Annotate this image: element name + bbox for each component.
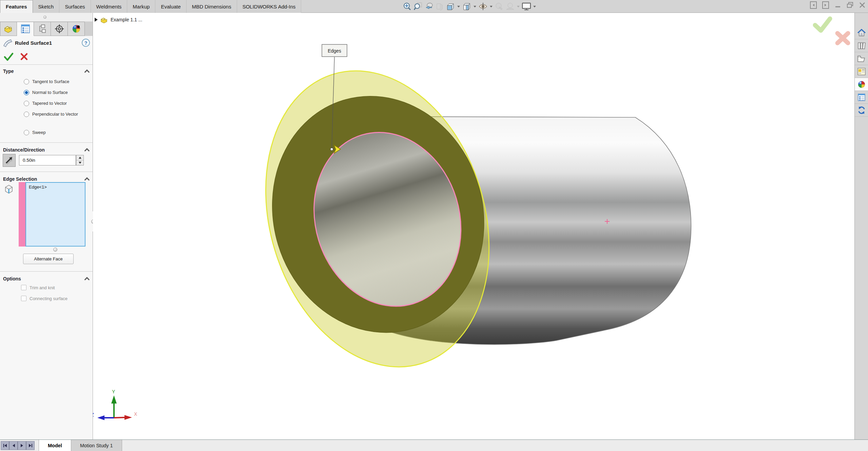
distance-section-title: Distance/Direction	[3, 147, 86, 153]
view-palette-button[interactable]	[855, 65, 868, 78]
reverse-direction-button[interactable]	[3, 154, 16, 167]
hide-show-items-icon[interactable]	[478, 1, 488, 12]
radio-normal-to-surface[interactable]: Normal to Surface	[24, 90, 68, 95]
divider	[0, 172, 93, 172]
previous-view-icon[interactable]	[424, 1, 434, 12]
headsup-view-toolbar	[402, 1, 537, 12]
ruled-surface-icon	[3, 38, 12, 47]
display-manager-sphere-icon	[71, 24, 81, 34]
section-view-icon	[435, 1, 445, 12]
3d-model-canvas[interactable]: Edges Y X Z	[93, 13, 854, 439]
collapse-pane-left-icon[interactable]	[810, 1, 817, 9]
design-library-icon	[857, 41, 866, 50]
tab-sketch[interactable]: Sketch	[33, 0, 60, 13]
display-style-caret[interactable]	[474, 6, 476, 7]
checkbox-box[interactable]	[21, 296, 26, 301]
tab-configuration-manager[interactable]	[34, 22, 51, 36]
panel-collapse-handle[interactable]	[43, 16, 46, 19]
checkbox-label: Connecting surface	[30, 296, 67, 301]
options-section-title: Options	[3, 276, 86, 281]
appearances-button[interactable]	[855, 78, 868, 91]
close-button[interactable]	[859, 1, 866, 9]
distance-input[interactable]: 0.50in	[19, 155, 76, 165]
tab-mbd-dimensions[interactable]: MBD Dimensions	[187, 0, 237, 13]
custom-properties-button[interactable]	[855, 91, 868, 104]
z-axis-arrow	[97, 415, 104, 420]
tab-feature-manager[interactable]	[0, 22, 17, 36]
callout-anchor-dot	[330, 148, 333, 151]
checkbox-label: Trim and knit	[30, 285, 55, 290]
confirm-cancel-corner[interactable]	[837, 33, 848, 43]
radio-circle[interactable]	[24, 101, 29, 106]
spin-down-button[interactable]	[76, 160, 83, 165]
divider	[0, 142, 93, 143]
radio-tangent-to-surface[interactable]: Tangent to Surface	[24, 79, 69, 84]
radio-circle[interactable]	[24, 79, 29, 84]
restore-button[interactable]	[846, 1, 854, 9]
edges-callout-label: Edges	[328, 48, 341, 54]
graphics-viewport[interactable]: Example 1.1 ...	[93, 13, 854, 439]
radio-label: Tangent to Surface	[32, 79, 69, 84]
alternate-face-button[interactable]: Alternate Face	[23, 254, 74, 264]
home-button[interactable]	[855, 26, 868, 39]
divider	[0, 64, 93, 65]
checkbox-trim-and-knit[interactable]: Trim and knit	[21, 285, 55, 290]
tab-evaluate[interactable]: Evaluate	[155, 0, 186, 13]
last-study-button[interactable]	[26, 441, 35, 450]
tab-solidworks-addins[interactable]: SOLIDWORKS Add-Ins	[237, 0, 302, 13]
spin-up-button[interactable]	[76, 155, 83, 160]
collapse-pane-right-icon[interactable]	[822, 1, 829, 9]
appearances-sphere-icon	[857, 80, 866, 89]
list-item-edge1[interactable]: Edge<1>	[29, 184, 47, 190]
edges-callout[interactable]: Edges	[322, 44, 347, 57]
solidworks-window: Features Sketch Surfaces Weldments Marku…	[0, 0, 868, 451]
tab-property-manager[interactable]	[17, 22, 34, 36]
orientation-triad: Y X Z	[93, 389, 137, 420]
view-orientation-caret[interactable]	[457, 6, 460, 7]
zoom-to-fit-icon[interactable]	[402, 1, 412, 12]
tab-model[interactable]: Model	[39, 440, 71, 451]
tab-surfaces[interactable]: Surfaces	[59, 0, 91, 13]
ok-button[interactable]	[3, 52, 14, 61]
display-style-icon[interactable]	[462, 1, 472, 12]
custom-properties-icon	[857, 93, 866, 102]
tab-markup[interactable]: Markup	[127, 0, 155, 13]
radio-circle[interactable]	[24, 112, 29, 117]
tab-features[interactable]: Features	[0, 0, 33, 13]
apply-scene-caret	[517, 6, 520, 7]
radio-label: Perpendicular to Vector	[32, 112, 80, 117]
checkbox-connecting-surface[interactable]: Connecting surface	[21, 296, 67, 301]
confirm-ok-corner[interactable]	[815, 19, 830, 31]
tab-motion-study-1[interactable]: Motion Study 1	[71, 440, 122, 451]
tab-weldments[interactable]: Weldments	[91, 0, 128, 13]
checkbox-box[interactable]	[21, 285, 26, 290]
edge-selection-list[interactable]: Edge<1>	[25, 182, 85, 247]
minimize-button[interactable]	[834, 1, 842, 9]
view-palette-icon	[857, 67, 866, 76]
list-resize-handle[interactable]	[53, 248, 57, 252]
radio-circle-selected[interactable]	[24, 90, 29, 95]
previous-study-button[interactable]	[9, 441, 18, 450]
view-settings-caret[interactable]	[533, 6, 536, 7]
tab-display-manager[interactable]	[68, 22, 85, 36]
view-orientation-icon[interactable]	[445, 1, 456, 12]
view-settings-icon[interactable]	[521, 1, 532, 12]
radio-sweep[interactable]: Sweep	[24, 130, 46, 135]
radio-circle[interactable]	[24, 130, 29, 135]
dimxpert-icon	[54, 24, 64, 34]
next-study-button[interactable]	[18, 441, 26, 450]
design-library-button[interactable]	[855, 39, 868, 52]
triangle-down-icon	[79, 162, 81, 164]
hide-show-items-caret[interactable]	[490, 6, 493, 7]
radio-tapered-to-vector[interactable]: Tapered to Vector	[24, 101, 67, 106]
first-study-button[interactable]	[1, 441, 9, 450]
help-button[interactable]: ?	[82, 39, 90, 47]
y-axis-label: Y	[112, 389, 115, 394]
zoom-to-area-icon[interactable]	[413, 1, 423, 12]
tab-dimxpert-manager[interactable]	[51, 22, 68, 36]
cancel-button[interactable]	[20, 52, 28, 61]
file-explorer-button[interactable]	[855, 52, 868, 65]
radio-label: Normal to Surface	[32, 90, 68, 95]
solidworks-resources-button[interactable]	[855, 104, 868, 117]
radio-perpendicular-to-vector[interactable]: Perpendicular to Vector	[24, 112, 86, 117]
